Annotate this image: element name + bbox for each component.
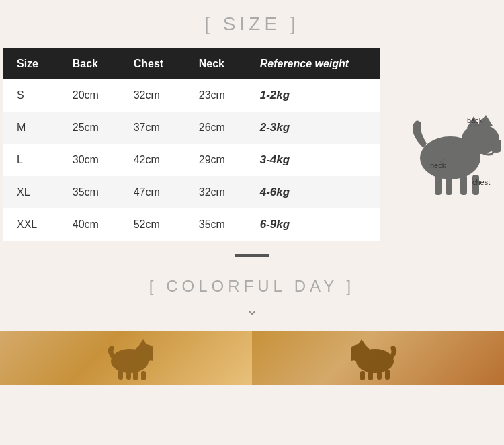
dog-diagram: back neck chest [393, 84, 501, 205]
bottom-image-left [0, 331, 252, 385]
cell-weight: 6-9kg [247, 208, 380, 241]
chevron-down-icon: ⌄ [246, 302, 258, 317]
cell-chest: 42cm [120, 144, 185, 176]
svg-rect-20 [141, 371, 146, 380]
cell-weight: 4-6kg [247, 176, 380, 208]
table-diagram-row: Size Back Chest Neck Reference weight S2… [0, 48, 504, 241]
svg-text:back: back [467, 116, 483, 124]
col-neck: Neck [185, 48, 247, 79]
cell-chest: 37cm [120, 112, 185, 144]
cell-chest: 32cm [120, 79, 185, 112]
svg-rect-7 [435, 173, 442, 195]
col-chest: Chest [120, 48, 185, 79]
col-size: Size [3, 48, 59, 79]
cell-back: 35cm [59, 176, 120, 208]
cell-neck: 26cm [185, 112, 247, 144]
bottom-images-row [0, 331, 504, 385]
cell-size: S [3, 79, 59, 112]
size-table: Size Back Chest Neck Reference weight S2… [3, 48, 380, 241]
col-weight: Reference weight [247, 48, 380, 79]
svg-rect-22 [126, 370, 131, 380]
svg-text:chest: chest [472, 178, 490, 186]
svg-rect-5 [460, 175, 467, 195]
cell-size: XXL [3, 208, 59, 241]
cell-weight: 3-4kg [247, 144, 380, 176]
svg-rect-28 [368, 371, 373, 380]
cell-back: 25cm [59, 112, 120, 144]
cell-neck: 23cm [185, 79, 247, 112]
cell-chest: 52cm [120, 208, 185, 241]
divider [235, 254, 269, 257]
cell-weight: 2-3kg [247, 112, 380, 144]
cell-neck: 32cm [185, 176, 247, 208]
table-row: XXL40cm52cm35cm6-9kg [3, 208, 380, 241]
cell-neck: 29cm [185, 144, 247, 176]
svg-rect-29 [377, 370, 382, 380]
dog-figure-right [351, 334, 405, 381]
cell-size: L [3, 144, 59, 176]
svg-rect-21 [118, 370, 123, 380]
cell-back: 40cm [59, 208, 120, 241]
cell-neck: 35cm [185, 208, 247, 241]
cell-back: 30cm [59, 144, 120, 176]
col-back: Back [59, 48, 120, 79]
svg-marker-18 [138, 339, 148, 346]
top-section: [ SIZE ] Size Back Chest Neck Reference … [0, 0, 504, 264]
cell-size: XL [3, 176, 59, 208]
table-row: XL35cm47cm32cm4-6kg [3, 176, 380, 208]
bottom-section: [ COLORFUL DAY ] ⌄ [0, 264, 504, 324]
svg-rect-8 [446, 173, 452, 195]
size-table-wrapper: Size Back Chest Neck Reference weight S2… [3, 48, 380, 241]
svg-rect-27 [360, 371, 365, 380]
svg-marker-26 [357, 339, 366, 346]
svg-rect-19 [133, 371, 138, 380]
cell-back: 20cm [59, 79, 120, 112]
svg-text:neck: neck [430, 161, 446, 169]
size-title: [ SIZE ] [204, 13, 299, 35]
dog-figure-left [99, 334, 153, 381]
table-row: M25cm37cm26cm2-3kg [3, 112, 380, 144]
cell-weight: 1-2kg [247, 79, 380, 112]
table-row: L30cm42cm29cm3-4kg [3, 144, 380, 176]
cell-chest: 47cm [120, 176, 185, 208]
table-row: S20cm32cm23cm1-2kg [3, 79, 380, 112]
cell-size: M [3, 112, 59, 144]
colorful-title: [ COLORFUL DAY ] [149, 277, 355, 296]
svg-rect-30 [385, 370, 390, 380]
bottom-image-right [252, 331, 504, 385]
